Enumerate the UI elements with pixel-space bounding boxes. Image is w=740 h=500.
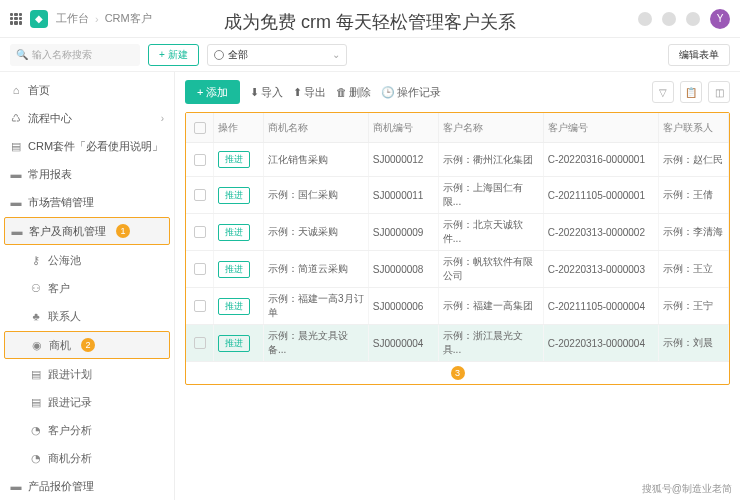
cell-customer: 示例：上海国仁有限...: [439, 177, 544, 213]
step-badge: 1: [116, 224, 130, 238]
nav-icon: ⚷: [30, 254, 42, 266]
cell-contact: 示例：王倩: [659, 177, 729, 213]
table-row[interactable]: 推进 示例：天诚采购 SJ0000009 示例：北京天诚软件... C-2022…: [186, 214, 729, 251]
nav-label: 流程中心: [28, 111, 72, 126]
row-checkbox[interactable]: [194, 189, 206, 201]
logo-icon[interactable]: ◆: [30, 10, 48, 28]
cell-customer: 示例：衢州江化集团: [439, 143, 544, 176]
apps-icon[interactable]: [10, 13, 22, 25]
nav-icon: ▤: [10, 140, 22, 152]
cell-contact: 示例：刘晨: [659, 325, 729, 361]
row-checkbox[interactable]: [194, 337, 206, 349]
scope-select[interactable]: 全部 ⌄: [207, 44, 347, 66]
nav-icon: ⚇: [30, 282, 42, 294]
globe-icon: [214, 50, 224, 60]
sidebar-item[interactable]: ▬产品报价管理: [0, 472, 174, 500]
cell-code: SJ0000008: [369, 251, 439, 287]
nav-label: 跟进记录: [48, 395, 92, 410]
sidebar-item[interactable]: ▤跟进记录: [0, 388, 174, 416]
table-row[interactable]: 推进 示例：简道云采购 SJ0000008 示例：帆软软件有限公司 C-2022…: [186, 251, 729, 288]
sidebar-item[interactable]: ▬市场营销管理: [0, 188, 174, 216]
nav-label: 联系人: [48, 309, 81, 324]
cell-code: SJ0000012: [369, 143, 439, 176]
edit-form-button[interactable]: 编辑表单: [668, 44, 730, 66]
filter-icon[interactable]: ▽: [652, 81, 674, 103]
cell-name: 示例：国仁采购: [264, 177, 369, 213]
cell-name: 示例：天诚采购: [264, 214, 369, 250]
avatar[interactable]: Y: [710, 9, 730, 29]
sidebar-item[interactable]: ♣联系人: [0, 302, 174, 330]
sidebar-item[interactable]: ◉商机2: [4, 331, 170, 359]
nav-label: CRM套件「必看使用说明」: [28, 139, 163, 154]
cell-customer: 示例：福建一高集团: [439, 288, 544, 324]
nav-icon: ◔: [30, 424, 42, 436]
nav-label: 跟进计划: [48, 367, 92, 382]
message-icon[interactable]: [662, 12, 676, 26]
nav-icon: ▬: [10, 480, 22, 492]
advance-button[interactable]: 推进: [218, 335, 250, 352]
table-header: 操作商机名称商机编号客户名称客户编号客户联系人: [186, 113, 729, 143]
breadcrumb-workspace[interactable]: 工作台: [56, 11, 89, 26]
search-icon: 🔍: [16, 49, 28, 60]
cell-custcode: C-20220313-0000004: [544, 325, 659, 361]
banner-title: 成为免费 crm 每天轻松管理客户关系: [224, 10, 516, 34]
sidebar-item[interactable]: ◔商机分析: [0, 444, 174, 472]
sidebar-item[interactable]: ⌂首页: [0, 76, 174, 104]
sidebar-item[interactable]: ▤跟进计划: [0, 360, 174, 388]
column-header: 操作: [214, 113, 264, 142]
column-header: 客户名称: [439, 113, 544, 142]
table-footer-badge: 3: [186, 362, 729, 384]
row-checkbox[interactable]: [194, 154, 206, 166]
row-checkbox[interactable]: [194, 300, 206, 312]
advance-button[interactable]: 推进: [218, 187, 250, 204]
sidebar-item[interactable]: ⚷公海池: [0, 246, 174, 274]
sidebar-item[interactable]: ⚇客户: [0, 274, 174, 302]
export-icon: ⬆: [293, 86, 302, 99]
sidebar-item[interactable]: ▤CRM套件「必看使用说明」: [0, 132, 174, 160]
cell-name: 江化销售采购: [264, 143, 369, 176]
cell-name: 示例：福建一高3月订单: [264, 288, 369, 324]
sidebar: ⌂首页♺流程中心›▤CRM套件「必看使用说明」▬常用报表▬市场营销管理▬客户及商…: [0, 72, 175, 500]
advance-button[interactable]: 推进: [218, 151, 250, 168]
delete-button[interactable]: 🗑删除: [336, 85, 371, 100]
import-button[interactable]: ⬇导入: [250, 85, 283, 100]
nav-label: 客户分析: [48, 423, 92, 438]
nav-icon: ▬: [10, 196, 22, 208]
sidebar-item[interactable]: ▬客户及商机管理1: [4, 217, 170, 245]
row-checkbox[interactable]: [194, 263, 206, 275]
search-input[interactable]: 🔍 输入名称搜索: [10, 44, 140, 66]
nav-label: 商机分析: [48, 451, 92, 466]
row-checkbox[interactable]: [194, 226, 206, 238]
new-button[interactable]: + 新建: [148, 44, 199, 66]
cell-customer: 示例：北京天诚软件...: [439, 214, 544, 250]
cell-custcode: C-20211105-0000001: [544, 177, 659, 213]
sidebar-item[interactable]: ♺流程中心›: [0, 104, 174, 132]
advance-button[interactable]: 推进: [218, 298, 250, 315]
sidebar-item[interactable]: ▬常用报表: [0, 160, 174, 188]
cell-name: 示例：晨光文具设备...: [264, 325, 369, 361]
nav-label: 常用报表: [28, 167, 72, 182]
watermark: 搜狐号@制造业老简: [642, 482, 732, 496]
cell-code: SJ0000011: [369, 177, 439, 213]
notification-icon[interactable]: [638, 12, 652, 26]
nav-icon: ♣: [30, 310, 42, 322]
nav-label: 首页: [28, 83, 50, 98]
cube-icon[interactable]: ◫: [708, 81, 730, 103]
help-icon[interactable]: [686, 12, 700, 26]
table-row[interactable]: 推进 示例：晨光文具设备... SJ0000004 示例：浙江晨光文具... C…: [186, 325, 729, 362]
checkbox-all[interactable]: [194, 122, 206, 134]
import-icon: ⬇: [250, 86, 259, 99]
advance-button[interactable]: 推进: [218, 224, 250, 241]
cell-custcode: C-20220313-0000002: [544, 214, 659, 250]
add-button[interactable]: + 添加: [185, 80, 240, 104]
table-row[interactable]: 推进 江化销售采购 SJ0000012 示例：衢州江化集团 C-20220316…: [186, 143, 729, 177]
sidebar-item[interactable]: ◔客户分析: [0, 416, 174, 444]
clipboard-icon[interactable]: 📋: [680, 81, 702, 103]
table-row[interactable]: 推进 示例：国仁采购 SJ0000011 示例：上海国仁有限... C-2021…: [186, 177, 729, 214]
table-row[interactable]: 推进 示例：福建一高3月订单 SJ0000006 示例：福建一高集团 C-202…: [186, 288, 729, 325]
history-button[interactable]: 🕒操作记录: [381, 85, 441, 100]
advance-button[interactable]: 推进: [218, 261, 250, 278]
export-button[interactable]: ⬆导出: [293, 85, 326, 100]
breadcrumb-item[interactable]: CRM客户: [105, 11, 152, 26]
cell-custcode: C-20220313-0000003: [544, 251, 659, 287]
